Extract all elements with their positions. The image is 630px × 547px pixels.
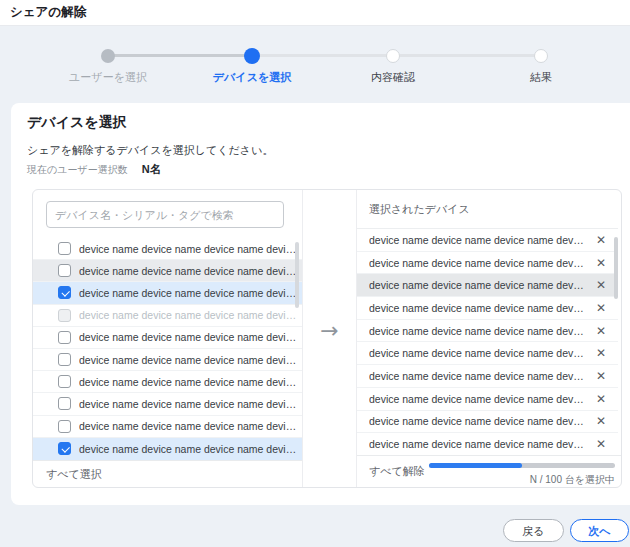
selected-device-row: device name device name device name devi… xyxy=(357,365,618,388)
device-checkbox[interactable] xyxy=(58,242,71,255)
device-name: device name device name device name devi… xyxy=(369,325,584,337)
device-checkbox[interactable] xyxy=(58,375,71,388)
device-checkbox-checked[interactable] xyxy=(58,442,71,455)
device-row[interactable]: device name device name device name devi… xyxy=(33,416,302,438)
page-description: シェアを解除するデバイスを選択してください。 xyxy=(27,143,273,158)
selection-count: N / 100 台を選択中 xyxy=(530,473,615,487)
device-row[interactable]: device name device name device name devi… xyxy=(33,238,302,260)
select-all-link[interactable]: すべて選択 xyxy=(46,467,102,482)
device-row[interactable]: device name device name device name devi… xyxy=(33,282,302,304)
device-checkbox-disabled xyxy=(58,309,71,322)
selected-devices-header: 選択されたデバイス xyxy=(369,202,470,217)
device-row[interactable]: device name device name device name devi… xyxy=(33,371,302,393)
device-name: device name device name device name devi… xyxy=(79,443,298,455)
device-checkbox[interactable] xyxy=(58,353,71,366)
user-count-label: 現在のユーザー選択数 xyxy=(27,163,128,177)
selected-panel-footer: すべて解除 N / 100 台を選択中 xyxy=(357,455,621,487)
device-name: device name device name device name devi… xyxy=(369,279,584,291)
device-search-input[interactable] xyxy=(46,201,284,228)
device-checkbox-checked[interactable] xyxy=(58,286,71,299)
stepper-connector-3 xyxy=(393,54,541,57)
transfer-column: → xyxy=(303,190,357,487)
remove-device-icon[interactable]: ✕ xyxy=(584,370,618,382)
back-button[interactable]: 戻る xyxy=(503,519,564,542)
selected-device-row: device name device name device name devi… xyxy=(357,229,618,252)
remove-device-icon[interactable]: ✕ xyxy=(584,347,618,359)
device-name: device name device name device name devi… xyxy=(369,234,584,246)
clear-all-link[interactable]: すべて解除 xyxy=(369,464,425,479)
remove-device-icon[interactable]: ✕ xyxy=(584,415,618,427)
device-name: device name device name device name devi… xyxy=(369,393,584,405)
step-confirm-label: 内容確認 xyxy=(371,70,415,85)
selected-device-row: device name device name device name devi… xyxy=(357,388,618,411)
stepper-connector-1 xyxy=(108,54,252,57)
selected-list-scrollbar[interactable] xyxy=(614,237,618,299)
progress-fill xyxy=(429,463,522,468)
remove-device-icon[interactable]: ✕ xyxy=(584,325,618,337)
step-user-label: ユーザーを選択 xyxy=(69,70,147,85)
device-name: device name device name device name devi… xyxy=(369,347,584,359)
selected-device-row: device name device name device name devi… xyxy=(357,297,618,320)
device-checkbox[interactable] xyxy=(58,331,71,344)
device-name: device name device name device name devi… xyxy=(79,331,298,343)
user-count-row: 現在のユーザー選択数 N名 xyxy=(27,162,161,177)
device-row[interactable]: device name device name device name devi… xyxy=(33,438,302,460)
device-name: device name device name device name devi… xyxy=(79,287,298,299)
device-checkbox[interactable] xyxy=(58,420,71,433)
available-list-scrollbar[interactable] xyxy=(295,242,299,308)
device-row[interactable]: device name device name device name devi… xyxy=(33,393,302,415)
device-name: device name device name device name devi… xyxy=(369,370,584,382)
device-row: device name device name device name devi… xyxy=(33,305,302,327)
wizard-stepper: ユーザーを選択 デバイスを選択 内容確認 結果 xyxy=(0,26,630,103)
top-bar: シェアの解除 xyxy=(0,0,630,26)
selected-device-row: device name device name device name devi… xyxy=(357,342,618,365)
selection-progress-bar xyxy=(429,463,615,468)
step-user-dot xyxy=(101,49,115,63)
window-title: シェアの解除 xyxy=(10,0,86,25)
step-confirm-dot xyxy=(386,49,400,63)
unshare-wizard-screen: シェアの解除 ユーザーを選択 デバイスを選択 内容確認 結果 デバイスを選択 シ… xyxy=(0,0,630,547)
device-name: device name device name device name devi… xyxy=(79,376,298,388)
remove-device-icon[interactable]: ✕ xyxy=(584,257,618,269)
available-devices-panel: device name device name device name devi… xyxy=(33,190,303,487)
user-count-value: N名 xyxy=(142,162,161,177)
step-device-dot xyxy=(244,48,260,64)
selected-device-row: device name device name device name devi… xyxy=(357,433,618,456)
device-name: device name device name device name devi… xyxy=(79,354,298,366)
next-button[interactable]: 次へ xyxy=(570,519,629,542)
device-checkbox[interactable] xyxy=(58,264,71,277)
available-devices-list: device name device name device name devi… xyxy=(33,238,302,460)
stepper-connector-2 xyxy=(252,54,393,57)
step-result-dot xyxy=(534,49,548,63)
selected-devices-panel: 選択されたデバイス device name device name device… xyxy=(357,190,621,487)
device-row[interactable]: device name device name device name devi… xyxy=(33,349,302,371)
device-row[interactable]: device name device name device name devi… xyxy=(33,327,302,349)
remove-device-icon[interactable]: ✕ xyxy=(584,279,618,291)
device-picker: device name device name device name devi… xyxy=(32,189,622,488)
device-name: device name device name device name devi… xyxy=(79,309,298,321)
device-name: device name device name device name devi… xyxy=(79,398,298,410)
selected-device-row: device name device name device name devi… xyxy=(357,274,618,297)
remove-device-icon[interactable]: ✕ xyxy=(584,393,618,405)
device-name: device name device name device name devi… xyxy=(79,243,298,255)
step-result-label: 結果 xyxy=(530,70,552,85)
device-row[interactable]: device name device name device name devi… xyxy=(33,260,302,282)
transfer-arrow-icon: → xyxy=(303,318,356,343)
step-device-label: デバイスを選択 xyxy=(213,70,291,85)
page-title: デバイスを選択 xyxy=(27,114,127,132)
device-name: device name device name device name devi… xyxy=(369,302,584,314)
device-name: device name device name device name devi… xyxy=(369,438,584,450)
remove-device-icon[interactable]: ✕ xyxy=(584,302,618,314)
content-card: デバイスを選択 シェアを解除するデバイスを選択してください。 現在のユーザー選択… xyxy=(11,103,630,505)
selected-device-row: device name device name device name devi… xyxy=(357,252,618,275)
device-name: device name device name device name devi… xyxy=(79,420,298,432)
selected-device-row: device name device name device name devi… xyxy=(357,320,618,343)
device-checkbox[interactable] xyxy=(58,397,71,410)
selected-device-row: device name device name device name devi… xyxy=(357,411,618,434)
selected-devices-list: device name device name device name devi… xyxy=(357,228,618,456)
remove-device-icon[interactable]: ✕ xyxy=(584,234,618,246)
available-panel-footer: すべて選択 xyxy=(33,460,302,487)
remove-device-icon[interactable]: ✕ xyxy=(584,438,618,450)
device-name: device name device name device name devi… xyxy=(369,415,584,427)
device-name: device name device name device name devi… xyxy=(369,257,584,269)
